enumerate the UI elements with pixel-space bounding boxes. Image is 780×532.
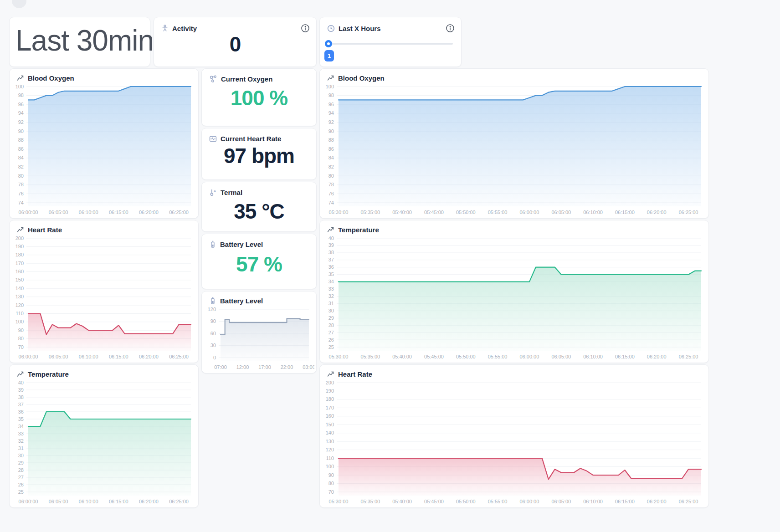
svg-text:130: 130 bbox=[15, 294, 24, 299]
activity-card: Activity 0 bbox=[154, 17, 317, 67]
svg-text:34: 34 bbox=[18, 424, 24, 429]
svg-text:80: 80 bbox=[328, 481, 334, 486]
svg-text:06:20:00: 06:20:00 bbox=[647, 499, 667, 504]
info-icon[interactable] bbox=[301, 24, 310, 33]
svg-text:96: 96 bbox=[18, 102, 24, 107]
svg-text:17:00: 17:00 bbox=[258, 364, 271, 370]
svg-text:33: 33 bbox=[328, 286, 334, 292]
svg-text:06:15:00: 06:15:00 bbox=[109, 354, 128, 359]
svg-text:78: 78 bbox=[328, 182, 334, 187]
molecule-icon bbox=[209, 75, 217, 83]
svg-text:06:05:00: 06:05:00 bbox=[49, 354, 68, 359]
svg-text:26: 26 bbox=[18, 482, 24, 487]
svg-text:90: 90 bbox=[18, 327, 24, 333]
page-title: Last 30min bbox=[10, 17, 150, 57]
svg-text:27: 27 bbox=[18, 475, 24, 480]
svg-text:100: 100 bbox=[15, 84, 24, 89]
current-heart-rate-card: Current Heart Rate 97 bpm bbox=[201, 128, 317, 180]
svg-text:74: 74 bbox=[328, 200, 334, 205]
svg-text:06:20:00: 06:20:00 bbox=[139, 499, 159, 504]
svg-text:84: 84 bbox=[18, 155, 24, 160]
svg-text:06:10:00: 06:10:00 bbox=[583, 354, 603, 359]
line-chart-icon bbox=[327, 75, 334, 82]
svg-text:36: 36 bbox=[18, 409, 24, 414]
svg-text:39: 39 bbox=[328, 242, 334, 248]
info-icon[interactable] bbox=[446, 24, 455, 33]
svg-text:98: 98 bbox=[18, 92, 24, 98]
svg-text:100: 100 bbox=[15, 319, 24, 324]
svg-text:160: 160 bbox=[15, 269, 24, 274]
svg-text:30: 30 bbox=[210, 343, 216, 348]
svg-text:110: 110 bbox=[15, 311, 24, 316]
svg-text:05:35:00: 05:35:00 bbox=[360, 210, 380, 215]
svg-text:06:00:00: 06:00:00 bbox=[519, 499, 539, 504]
stat-title: Termal bbox=[221, 189, 242, 196]
blood-oxygen-chart-right: 1009896949290888684828078767405:30:0005:… bbox=[322, 83, 707, 217]
svg-text:06:00:00: 06:00:00 bbox=[19, 210, 38, 215]
svg-text:190: 190 bbox=[15, 244, 24, 249]
svg-text:05:55:00: 05:55:00 bbox=[488, 354, 508, 359]
svg-text:05:35:00: 05:35:00 bbox=[360, 354, 380, 359]
svg-text:05:45:00: 05:45:00 bbox=[424, 210, 444, 215]
svg-text:80: 80 bbox=[18, 173, 24, 179]
svg-text:160: 160 bbox=[326, 413, 334, 419]
svg-text:06:25:00: 06:25:00 bbox=[679, 354, 698, 359]
svg-text:90: 90 bbox=[210, 318, 216, 324]
svg-text:06:15:00: 06:15:00 bbox=[615, 499, 635, 504]
termal-value: 35 °C bbox=[202, 199, 316, 224]
slider-handle[interactable] bbox=[325, 40, 332, 47]
battery-chart-card: Battery Level 120906030007:0012:0017:002… bbox=[201, 291, 317, 373]
svg-text:38: 38 bbox=[18, 394, 24, 400]
svg-text:170: 170 bbox=[15, 261, 24, 266]
svg-text:05:55:00: 05:55:00 bbox=[488, 499, 508, 504]
activity-value: 0 bbox=[154, 32, 316, 56]
svg-text:06:25:00: 06:25:00 bbox=[169, 354, 189, 359]
svg-text:35: 35 bbox=[328, 271, 334, 277]
temperature-chart-right: 4039383736353433323130292827262505:30:00… bbox=[322, 235, 707, 362]
activity-title: Activity bbox=[172, 25, 197, 32]
svg-text:31: 31 bbox=[18, 445, 24, 451]
slider-track[interactable] bbox=[328, 43, 453, 45]
svg-text:190: 190 bbox=[326, 388, 334, 394]
svg-text:05:55:00: 05:55:00 bbox=[488, 210, 508, 215]
svg-text:33: 33 bbox=[18, 431, 24, 436]
hours-slider[interactable]: 1 bbox=[328, 43, 453, 45]
svg-text:76: 76 bbox=[18, 191, 24, 196]
svg-text:25: 25 bbox=[18, 489, 24, 495]
chart-title: Temperature bbox=[338, 226, 379, 234]
svg-text:35: 35 bbox=[18, 416, 24, 422]
svg-text:140: 140 bbox=[326, 430, 334, 435]
line-chart-icon bbox=[17, 226, 24, 233]
svg-text:180: 180 bbox=[326, 396, 334, 402]
termal-card: A Termal 35 °C bbox=[201, 182, 317, 232]
svg-text:06:20:00: 06:20:00 bbox=[139, 210, 159, 215]
svg-text:82: 82 bbox=[18, 164, 24, 169]
heart-rate-card-right: Heart Rate 20019018017016015014013012011… bbox=[319, 364, 709, 508]
svg-text:05:40:00: 05:40:00 bbox=[392, 210, 412, 215]
svg-text:40: 40 bbox=[328, 235, 334, 241]
svg-text:140: 140 bbox=[15, 286, 24, 291]
svg-text:06:10:00: 06:10:00 bbox=[79, 354, 98, 359]
svg-text:06:20:00: 06:20:00 bbox=[647, 354, 667, 359]
svg-text:05:50:00: 05:50:00 bbox=[456, 210, 476, 215]
battery-level-card: Battery Level 57 % bbox=[201, 234, 317, 289]
svg-text:32: 32 bbox=[328, 293, 334, 299]
line-chart-icon bbox=[17, 371, 24, 378]
slider-value-badge: 1 bbox=[324, 50, 334, 61]
temperature-card-right: Temperature 4039383736353433323130292827… bbox=[319, 220, 709, 363]
svg-text:92: 92 bbox=[328, 119, 334, 125]
svg-text:06:05:00: 06:05:00 bbox=[551, 210, 571, 215]
svg-text:96: 96 bbox=[328, 102, 334, 107]
svg-text:06:20:00: 06:20:00 bbox=[647, 210, 667, 215]
svg-text:70: 70 bbox=[18, 344, 24, 350]
svg-text:98: 98 bbox=[328, 92, 334, 98]
svg-text:06:10:00: 06:10:00 bbox=[79, 499, 98, 504]
svg-text:36: 36 bbox=[328, 264, 334, 270]
svg-text:06:15:00: 06:15:00 bbox=[109, 499, 128, 504]
svg-text:90: 90 bbox=[328, 472, 334, 478]
svg-text:05:40:00: 05:40:00 bbox=[392, 354, 412, 359]
svg-text:26: 26 bbox=[328, 337, 334, 343]
svg-text:100: 100 bbox=[326, 464, 334, 469]
svg-text:80: 80 bbox=[328, 173, 334, 179]
svg-text:25: 25 bbox=[328, 344, 334, 350]
